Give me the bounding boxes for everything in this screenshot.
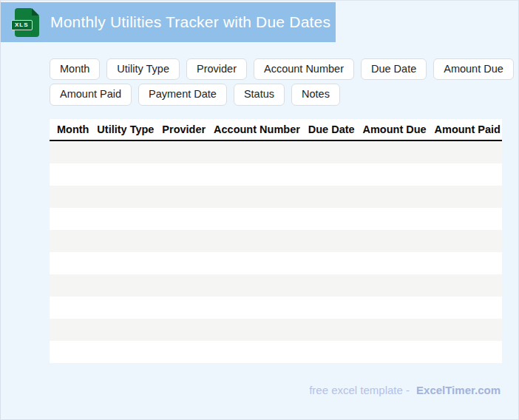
table-row [50, 186, 502, 208]
table-row [50, 163, 502, 186]
page: XLS Monthly Utilities Tracker with Due D… [0, 0, 519, 420]
table-row [50, 141, 502, 163]
col-header-amount-paid: Amount Paid [435, 123, 501, 135]
chip-amount-due[interactable]: Amount Due [433, 58, 514, 80]
chip-payment-date[interactable]: Payment Date [138, 84, 227, 105]
col-header-month: Month [57, 123, 89, 135]
table-row [50, 230, 502, 252]
footer-credit: free excel template - ExcelTimer.com [309, 384, 501, 396]
table-row [50, 252, 502, 274]
chip-account-number[interactable]: Account Number [254, 58, 354, 80]
header-bar: XLS Monthly Utilities Tracker with Due D… [1, 2, 336, 42]
col-header-utility-type: Utility Type [97, 123, 154, 135]
file-fold-icon [32, 8, 39, 16]
table-body [50, 141, 502, 363]
chip-row-1: Month Utility Type Provider Account Numb… [50, 58, 514, 80]
table-row [50, 274, 502, 297]
chip-notes[interactable]: Notes [291, 84, 340, 105]
col-header-amount-due: Amount Due [362, 123, 426, 135]
col-header-account-number: Account Number [214, 123, 300, 135]
chip-due-date[interactable]: Due Date [361, 58, 427, 80]
table-header-row: Month Utility Type Provider Account Numb… [50, 119, 502, 141]
page-title: Monthly Utilities Tracker with Due Dates [50, 13, 330, 31]
table-row [50, 319, 502, 341]
footer-text: free excel template - [309, 384, 410, 396]
col-header-due-date: Due Date [308, 123, 355, 135]
table-row [50, 297, 502, 319]
chip-amount-paid[interactable]: Amount Paid [50, 84, 132, 105]
chip-row-2: Amount Paid Payment Date Status Notes [50, 84, 514, 105]
chip-month[interactable]: Month [50, 58, 100, 80]
xls-file-icon: XLS [15, 8, 39, 37]
xls-badge: XLS [11, 20, 33, 30]
chip-utility-type[interactable]: Utility Type [106, 58, 180, 80]
table-row [50, 341, 502, 363]
table-row [50, 208, 502, 230]
column-chips: Month Utility Type Provider Account Numb… [50, 58, 514, 109]
chip-status[interactable]: Status [234, 84, 285, 105]
col-header-provider: Provider [162, 123, 206, 135]
preview-table: Month Utility Type Provider Account Numb… [50, 119, 502, 363]
footer-brand-link[interactable]: ExcelTimer.com [416, 384, 501, 396]
chip-provider[interactable]: Provider [186, 58, 247, 80]
